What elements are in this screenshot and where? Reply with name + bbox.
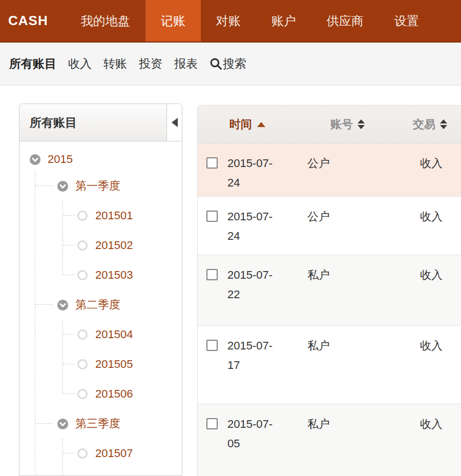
secondary-nav: 所有账目收入转账投资报表搜索 [0,43,461,86]
sort-asc-icon [257,122,265,127]
cell-account: 公户 [303,154,392,173]
table-row[interactable]: 2015-07-22私户收入 [198,255,461,325]
column-header-label: 交易 [413,117,435,132]
tree-label: 201506 [95,387,133,401]
table-row[interactable]: 2015-07-05私户收入 [198,404,461,476]
cell-trade: 收入 [392,154,461,173]
row-checkbox[interactable] [206,418,218,429]
column-header-time[interactable]: 时间 [227,117,303,132]
tree-label: 第三季度 [75,416,120,431]
cell-date: 2015-07-24 [227,207,303,246]
cell-account: 公户 [303,207,392,226]
table-row[interactable]: 2015-07-17私户收入 [198,325,461,404]
cell-trade: 收入 [392,336,461,356]
cell-account: 私户 [303,415,392,434]
nav-tab-settings[interactable]: 设置 [379,0,434,42]
leaf-circle-icon [77,211,88,221]
tree-branch[interactable]: 第二季度 [57,290,182,320]
chevron-down-circle-icon [57,299,69,311]
table-body: 2015-07-24公户收入2015-07-24公户收入2015-07-22私户… [198,143,461,476]
tree-label: 201505 [95,358,133,371]
subnav-item-label: 搜索 [223,56,246,72]
subnav-item-label: 所有账目 [9,56,56,72]
cell-trade: 收入 [392,207,461,226]
leaf-circle-icon [77,389,88,399]
chevron-down-circle-icon [29,154,41,165]
chevron-left-icon [172,118,178,127]
column-header-label: 时间 [229,117,252,132]
app-logo: CASH [0,0,59,42]
leaf-circle-icon [77,359,88,369]
leaf-circle-icon [77,270,88,280]
tree-leaf[interactable]: 201505 [77,349,182,379]
sort-icon [440,119,447,129]
tree-label: 201502 [95,239,133,252]
leaf-circle-icon [77,448,88,459]
tree-label: 2015 [48,153,73,166]
subnav-item-all-accounts[interactable]: 所有账目 [9,56,56,72]
row-checkbox[interactable] [206,269,218,280]
transactions-table: 时间账号交易 2015-07-24公户收入2015-07-24公户收入2015-… [197,105,461,476]
tree-label: 201503 [95,268,133,282]
cell-account: 私户 [303,265,392,285]
nav-tab-my-space[interactable]: 我的地盘 [66,0,145,42]
nav-tab-accounts[interactable]: 账户 [256,0,311,42]
tree-leaf[interactable]: 201506 [77,379,182,409]
column-header-trade[interactable]: 交易 [392,117,461,132]
tree-label: 第一季度 [75,178,120,194]
cell-trade: 收入 [392,415,461,434]
tree-leaf[interactable]: 201504 [77,320,182,349]
sort-icon [358,119,365,129]
cell-account: 私户 [303,336,392,356]
subnav-item-reports[interactable]: 报表 [174,56,198,72]
row-checkbox[interactable] [206,211,218,222]
column-header-account[interactable]: 账号 [303,117,392,132]
subnav-item-label: 收入 [68,56,92,72]
tree-branch[interactable]: 第三季度 [57,409,182,439]
account-tree: 2015第一季度201501201502201503第二季度2015042015… [19,148,182,475]
search-icon [209,57,222,70]
table-header: 时间账号交易 [198,106,461,143]
row-checkbox[interactable] [206,157,218,169]
subnav-item-transfer[interactable]: 转账 [103,56,127,72]
cell-date: 2015-07-17 [227,336,303,375]
leaf-circle-icon [77,329,88,340]
cell-date: 2015-07-24 [227,154,303,193]
cell-trade: 收入 [392,265,461,285]
row-checkbox[interactable] [206,340,218,351]
tree-leaf[interactable]: 201507 [77,439,182,468]
tree-leaf[interactable]: 201503 [77,260,182,290]
subnav-item-investment[interactable]: 投资 [139,56,162,72]
tree-leaf[interactable]: 201502 [77,231,182,260]
tree-label: 201507 [95,447,133,460]
leaf-circle-icon [77,240,88,251]
subnav-item-income[interactable]: 收入 [68,56,92,72]
cell-date: 2015-07-22 [227,265,303,304]
top-nav-tabs: 我的地盘记账对账账户供应商设置 [66,0,434,42]
subnav-item-label: 报表 [174,56,198,72]
tree-leaf[interactable]: 201501 [77,201,182,231]
chevron-down-circle-icon [57,418,69,430]
subnav-item-label: 投资 [139,56,162,72]
tree-label: 201504 [95,328,133,341]
column-header-label: 账号 [330,117,353,132]
sidebar-header: 所有账目 [19,104,182,141]
cell-date: 2015-07-05 [227,415,303,453]
top-navbar: CASH 我的地盘记账对账账户供应商设置 [0,0,461,43]
tree-branch[interactable]: 第一季度 [57,171,182,201]
tree-branch[interactable]: 2015 [29,148,182,171]
sidebar-title: 所有账目 [30,115,77,131]
sidebar-panel: 所有账目 2015第一季度201501201502201503第二季度20150… [19,104,182,476]
table-row[interactable]: 2015-07-24公户收入 [198,143,461,196]
chevron-down-circle-icon [57,180,69,192]
nav-tab-reconcile[interactable]: 对账 [201,0,256,42]
tree-label: 201501 [95,209,133,222]
sidebar-body: 2015第一季度201501201502201503第二季度2015042015… [19,141,182,475]
subnav-item-label: 转账 [103,56,127,72]
tree-label: 第二季度 [75,297,120,313]
nav-tab-suppliers[interactable]: 供应商 [311,0,379,42]
sidebar-collapse-button[interactable] [166,104,182,141]
subnav-item-search[interactable]: 搜索 [209,56,246,72]
nav-tab-bookkeeping[interactable]: 记账 [145,0,201,42]
table-row[interactable]: 2015-07-24公户收入 [198,196,461,255]
